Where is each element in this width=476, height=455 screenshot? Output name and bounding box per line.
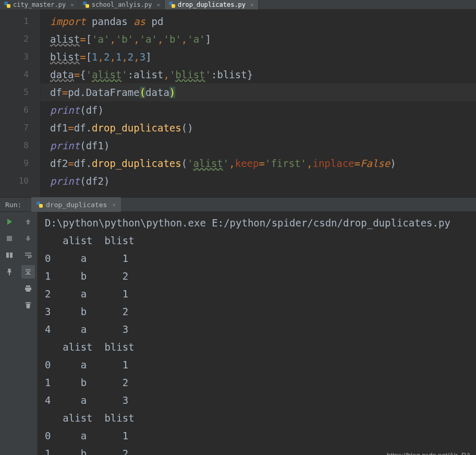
arrow-down-icon — [24, 234, 32, 243]
code-line-6[interactable]: print(df) — [50, 101, 476, 119]
trash-icon — [24, 301, 32, 309]
svg-rect-1 — [6, 253, 9, 258]
pin-icon — [5, 268, 14, 276]
line-number: 10 — [0, 172, 29, 190]
tab-school-anlyis[interactable]: school_anlyis.py × — [79, 0, 165, 9]
python-icon — [169, 2, 175, 8]
rerun-button[interactable] — [3, 215, 16, 229]
editor-tab-bar: city_master.py × school_anlyis.py × drop… — [0, 0, 476, 9]
line-number: 9 — [0, 154, 29, 172]
code-line-4[interactable]: data={'alist':alist,'blist':blist} — [50, 66, 476, 83]
code-line-5[interactable]: df=pd.DataFrame(data) — [41, 83, 476, 101]
tab-city-master[interactable]: city_master.py × — [0, 0, 79, 9]
line-number: 1 — [0, 13, 29, 30]
line-number-gutter: 1 2 3 4 5 6 7 8 9 10 — [0, 9, 41, 197]
pin-button[interactable] — [3, 265, 16, 279]
line-number: 7 — [0, 119, 29, 137]
print-button[interactable] — [21, 282, 35, 295]
run-side-toolbar-right — [19, 212, 38, 455]
line-number: 6 — [0, 101, 29, 119]
line-number: 5 — [0, 83, 29, 101]
arrow-up-icon — [24, 218, 32, 226]
code-line-9[interactable]: df2=df.drop_duplicates('alist',keep='fir… — [50, 154, 476, 172]
scroll-end-icon — [24, 268, 32, 276]
run-label: Run: — [0, 201, 31, 209]
tab-label: city_master.py — [13, 1, 66, 8]
python-icon — [4, 2, 10, 8]
clear-button[interactable] — [21, 298, 35, 312]
tab-label: drop_duplicates.py — [178, 1, 246, 8]
python-icon — [83, 2, 89, 8]
svg-rect-0 — [7, 236, 12, 241]
stop-icon — [5, 234, 14, 243]
line-number: 8 — [0, 137, 29, 154]
tab-drop-duplicates[interactable]: drop_duplicates.py × — [165, 0, 259, 9]
editor-pane: 1 2 3 4 5 6 7 8 9 10 import pandas as pd… — [0, 9, 476, 197]
run-side-toolbar-left — [0, 212, 19, 455]
run-tab-label: drop_duplicates — [46, 201, 107, 209]
console-output[interactable]: D:\python\python\python.exe E:/python/sp… — [38, 212, 476, 455]
code-line-10[interactable]: print(df2) — [50, 172, 476, 190]
python-icon — [36, 201, 43, 208]
run-header: Run: drop_duplicates × — [0, 197, 476, 212]
close-icon[interactable]: × — [112, 201, 116, 208]
soft-wrap-icon — [24, 251, 32, 259]
code-line-1[interactable]: import pandas as pd — [50, 13, 476, 30]
svg-rect-2 — [10, 253, 13, 258]
layout-icon — [5, 251, 14, 259]
layout-button[interactable] — [3, 248, 16, 262]
scroll-to-end-button[interactable] — [21, 265, 35, 279]
line-number: 2 — [0, 30, 29, 48]
stop-button[interactable] — [3, 232, 16, 245]
watermark: https://blog.csdn.net/Air_RA — [387, 451, 471, 455]
close-icon[interactable]: × — [156, 2, 160, 8]
down-button[interactable] — [21, 232, 35, 245]
soft-wrap-button[interactable] — [21, 248, 35, 262]
run-tab-drop-duplicates[interactable]: drop_duplicates × — [31, 197, 121, 212]
print-icon — [24, 284, 32, 293]
close-icon[interactable]: × — [70, 2, 74, 8]
line-number: 4 — [0, 66, 29, 83]
code-line-7[interactable]: df1=df.drop_duplicates() — [50, 119, 476, 137]
up-button[interactable] — [21, 215, 35, 229]
close-icon[interactable]: × — [250, 2, 254, 8]
line-number: 3 — [0, 48, 29, 66]
code-line-3[interactable]: blist=[1,2,1,2,3] — [50, 48, 476, 66]
code-line-2[interactable]: alist=['a','b','a','b','a'] — [50, 30, 476, 48]
code-line-8[interactable]: print(df1) — [50, 137, 476, 154]
code-area[interactable]: import pandas as pd alist=['a','b','a','… — [41, 9, 476, 197]
run-body: D:\python\python\python.exe E:/python/sp… — [0, 212, 476, 455]
play-icon — [5, 218, 14, 226]
run-tool-window: Run: drop_duplicates × — [0, 197, 476, 455]
tab-label: school_anlyis.py — [92, 1, 152, 8]
